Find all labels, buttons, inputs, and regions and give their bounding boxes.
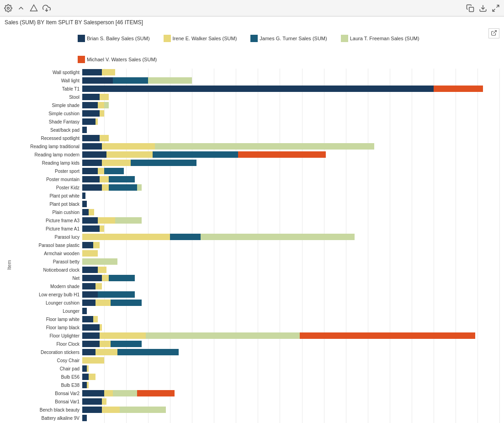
bar-segment-brian (82, 193, 85, 199)
bar-segment-brian (82, 110, 100, 117)
bar-segment-brian (82, 365, 87, 372)
bar-label: Bonsai Var2 (14, 391, 82, 396)
bar-segment-brian (82, 316, 93, 322)
bar-segment-laura (155, 143, 375, 150)
bar-segment-irene (98, 217, 115, 224)
bar-label: Table T1 (14, 86, 82, 91)
updown-icon[interactable] (16, 4, 26, 13)
bar-label: Lounger cushion (14, 300, 82, 305)
bar-segment-brian (82, 291, 98, 298)
bar-label: Plain cushion (14, 210, 82, 215)
legend-item-michael: Michael V. Waters Sales (SUM) (78, 56, 157, 63)
bar-segment-irene (82, 250, 98, 257)
table-row: Picture frame A1 (14, 225, 499, 232)
bar-label: Plant pot black (14, 202, 82, 207)
bar-segment-irene (87, 382, 89, 388)
bar-segment-irene (98, 102, 104, 108)
bar-segment-brian (82, 184, 102, 191)
bar-label: Noticeboard clock (14, 268, 82, 273)
bar-segment-irene (95, 118, 98, 125)
table-row: Modern shade (14, 283, 499, 290)
bar-label: Shade Fantasy (14, 119, 82, 124)
table-row: Bonsai Var2 (14, 390, 499, 397)
bar-segment-laura (82, 258, 117, 265)
bar-segment-michael (137, 390, 175, 396)
bar-segment-brian (82, 415, 87, 421)
bar-label: Bonsai Var1 (14, 399, 82, 404)
legend-item-irene: Irene E. Walker Sales (SUM) (164, 35, 237, 42)
bar-segment-brian (82, 332, 100, 339)
toolbar (0, 0, 504, 16)
copy-icon[interactable] (466, 4, 475, 13)
bar-segment-brian (82, 341, 100, 347)
bar-label: Wall spotlight (14, 70, 82, 75)
table-row: Seat/back pad (14, 126, 499, 134)
import-icon[interactable] (42, 4, 51, 13)
bar-segment-irene (102, 275, 108, 281)
bar-segment-irene (82, 357, 104, 364)
table-row: Recessed spotlight (14, 134, 499, 142)
table-row: Parasol lucy (14, 233, 499, 241)
svg-point-0 (7, 7, 10, 9)
bar-segment-irene (104, 390, 113, 396)
table-row: Decoration stickers (14, 348, 499, 356)
bar-label: Floor lamp white (14, 317, 82, 322)
bar-segment-brian (82, 151, 106, 158)
bar-label: Reading lamp traditional (14, 144, 82, 149)
bar-segment-irene (100, 225, 104, 232)
bar-segment-brian (82, 275, 102, 281)
bar-segment-james (104, 168, 124, 174)
table-row: Floor lamp black (14, 324, 499, 331)
bar-label: Reading lamp kids (14, 161, 82, 166)
bar-segment-brian (82, 308, 87, 314)
bar-segment-irene (100, 94, 108, 100)
table-row: Lounger cushion (14, 299, 499, 306)
table-row: Bench black beauty (14, 406, 499, 413)
bar-segment-irene (100, 341, 111, 347)
bar-segment-brian (82, 324, 100, 331)
table-row: Bulb E56 (14, 373, 499, 380)
bar-label: Poster Kidz (14, 185, 82, 190)
bar-segment-irene (100, 324, 102, 331)
bar-label: Stool (14, 95, 82, 100)
svg-rect-3 (469, 7, 474, 11)
bar-segment-brian (82, 390, 104, 396)
bar-segment-laura (120, 407, 166, 413)
bar-segment-irene (82, 234, 170, 240)
bar-label: Net (14, 276, 82, 281)
bar-label: Bench black beauty (14, 407, 82, 412)
bar-segment-laura (148, 77, 192, 84)
table-row: Battery alkaline 9V (14, 414, 499, 422)
bar-segment-brian (82, 242, 93, 248)
bar-segment-brian (82, 349, 95, 355)
expand-icon[interactable] (491, 4, 500, 13)
download-icon[interactable] (478, 4, 488, 13)
bar-segment-irene (98, 267, 106, 273)
bar-segment-james (111, 300, 141, 306)
table-row: Plant pot white (14, 192, 499, 199)
bar-segment-brian (82, 300, 95, 306)
bar-label: Parasol lucy (14, 235, 82, 240)
table-row: Lounger (14, 307, 499, 315)
bar-label: Parasol betty (14, 259, 82, 264)
triangle-icon[interactable] (29, 4, 38, 13)
bar-label: Decoration stickers (14, 350, 82, 355)
table-row: Floor Uplighter (14, 332, 499, 339)
bar-segment-irene (95, 349, 117, 355)
bar-segment-irene (95, 300, 111, 306)
bar-segment-brian (82, 168, 98, 174)
bar-segment-james (153, 151, 238, 158)
bar-segment-irene (93, 242, 100, 248)
bar-segment-irene (100, 176, 108, 182)
bar-segment-james (131, 160, 196, 166)
gear-icon[interactable] (4, 4, 13, 13)
bar-segment-brian (82, 407, 102, 413)
table-row: Stool (14, 93, 499, 101)
bar-label: Reading lamp modern (14, 152, 82, 157)
gridline (499, 69, 500, 423)
bar-segment-james (113, 77, 148, 84)
bar-segment-irene (87, 365, 89, 372)
bar-segment-irene (102, 160, 130, 166)
bar-segment-brian (82, 118, 95, 125)
bar-label: Seat/back pad (14, 128, 82, 133)
